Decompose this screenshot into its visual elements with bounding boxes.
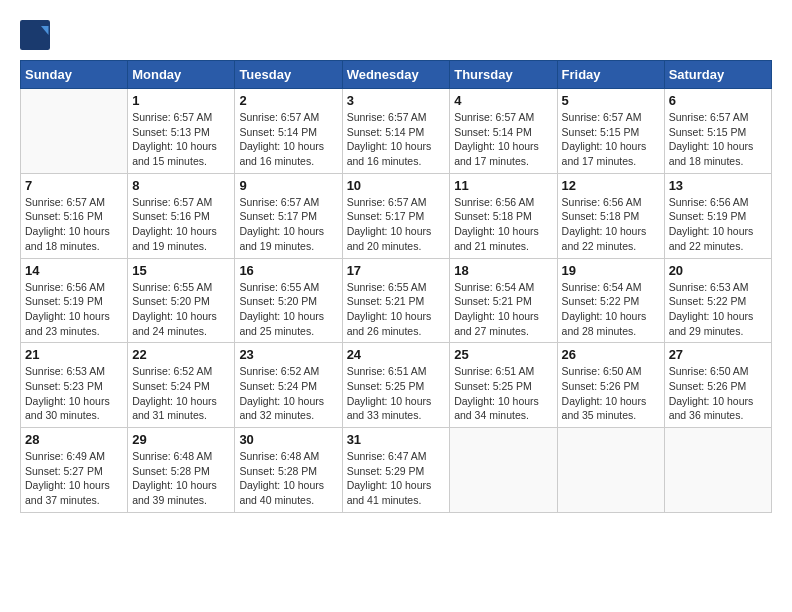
day-number: 7 — [25, 178, 123, 193]
day-info: Sunrise: 6:56 AM Sunset: 5:19 PM Dayligh… — [25, 280, 123, 339]
day-info: Sunrise: 6:57 AM Sunset: 5:15 PM Dayligh… — [562, 110, 660, 169]
calendar-cell: 7Sunrise: 6:57 AM Sunset: 5:16 PM Daylig… — [21, 173, 128, 258]
day-number: 19 — [562, 263, 660, 278]
day-number: 3 — [347, 93, 446, 108]
calendar-cell: 29Sunrise: 6:48 AM Sunset: 5:28 PM Dayli… — [128, 428, 235, 513]
day-info: Sunrise: 6:51 AM Sunset: 5:25 PM Dayligh… — [454, 364, 552, 423]
day-number: 16 — [239, 263, 337, 278]
calendar-cell: 11Sunrise: 6:56 AM Sunset: 5:18 PM Dayli… — [450, 173, 557, 258]
calendar-table: SundayMondayTuesdayWednesdayThursdayFrid… — [20, 60, 772, 513]
day-info: Sunrise: 6:48 AM Sunset: 5:28 PM Dayligh… — [239, 449, 337, 508]
day-info: Sunrise: 6:49 AM Sunset: 5:27 PM Dayligh… — [25, 449, 123, 508]
calendar-cell: 10Sunrise: 6:57 AM Sunset: 5:17 PM Dayli… — [342, 173, 450, 258]
calendar-cell — [557, 428, 664, 513]
calendar-cell: 20Sunrise: 6:53 AM Sunset: 5:22 PM Dayli… — [664, 258, 771, 343]
calendar-cell: 6Sunrise: 6:57 AM Sunset: 5:15 PM Daylig… — [664, 89, 771, 174]
day-info: Sunrise: 6:48 AM Sunset: 5:28 PM Dayligh… — [132, 449, 230, 508]
day-number: 6 — [669, 93, 767, 108]
day-number: 13 — [669, 178, 767, 193]
calendar-cell: 17Sunrise: 6:55 AM Sunset: 5:21 PM Dayli… — [342, 258, 450, 343]
day-number: 24 — [347, 347, 446, 362]
calendar-cell: 24Sunrise: 6:51 AM Sunset: 5:25 PM Dayli… — [342, 343, 450, 428]
calendar-cell: 13Sunrise: 6:56 AM Sunset: 5:19 PM Dayli… — [664, 173, 771, 258]
day-info: Sunrise: 6:55 AM Sunset: 5:21 PM Dayligh… — [347, 280, 446, 339]
weekday-header-row: SundayMondayTuesdayWednesdayThursdayFrid… — [21, 61, 772, 89]
day-info: Sunrise: 6:47 AM Sunset: 5:29 PM Dayligh… — [347, 449, 446, 508]
weekday-header-thursday: Thursday — [450, 61, 557, 89]
day-number: 23 — [239, 347, 337, 362]
day-info: Sunrise: 6:57 AM Sunset: 5:14 PM Dayligh… — [347, 110, 446, 169]
calendar-cell: 14Sunrise: 6:56 AM Sunset: 5:19 PM Dayli… — [21, 258, 128, 343]
day-info: Sunrise: 6:57 AM Sunset: 5:14 PM Dayligh… — [239, 110, 337, 169]
calendar-cell: 28Sunrise: 6:49 AM Sunset: 5:27 PM Dayli… — [21, 428, 128, 513]
day-info: Sunrise: 6:57 AM Sunset: 5:16 PM Dayligh… — [25, 195, 123, 254]
week-row-3: 14Sunrise: 6:56 AM Sunset: 5:19 PM Dayli… — [21, 258, 772, 343]
day-info: Sunrise: 6:53 AM Sunset: 5:23 PM Dayligh… — [25, 364, 123, 423]
day-number: 20 — [669, 263, 767, 278]
calendar-cell — [664, 428, 771, 513]
day-number: 17 — [347, 263, 446, 278]
calendar-cell: 27Sunrise: 6:50 AM Sunset: 5:26 PM Dayli… — [664, 343, 771, 428]
day-info: Sunrise: 6:52 AM Sunset: 5:24 PM Dayligh… — [132, 364, 230, 423]
svg-rect-0 — [20, 20, 50, 50]
calendar-cell: 21Sunrise: 6:53 AM Sunset: 5:23 PM Dayli… — [21, 343, 128, 428]
day-info: Sunrise: 6:50 AM Sunset: 5:26 PM Dayligh… — [669, 364, 767, 423]
day-info: Sunrise: 6:57 AM Sunset: 5:15 PM Dayligh… — [669, 110, 767, 169]
calendar-cell: 25Sunrise: 6:51 AM Sunset: 5:25 PM Dayli… — [450, 343, 557, 428]
day-number: 5 — [562, 93, 660, 108]
day-number: 29 — [132, 432, 230, 447]
calendar-cell: 18Sunrise: 6:54 AM Sunset: 5:21 PM Dayli… — [450, 258, 557, 343]
day-number: 4 — [454, 93, 552, 108]
calendar-cell: 31Sunrise: 6:47 AM Sunset: 5:29 PM Dayli… — [342, 428, 450, 513]
calendar-cell — [21, 89, 128, 174]
day-number: 25 — [454, 347, 552, 362]
day-info: Sunrise: 6:53 AM Sunset: 5:22 PM Dayligh… — [669, 280, 767, 339]
weekday-header-wednesday: Wednesday — [342, 61, 450, 89]
calendar-cell: 2Sunrise: 6:57 AM Sunset: 5:14 PM Daylig… — [235, 89, 342, 174]
day-number: 31 — [347, 432, 446, 447]
calendar-cell: 5Sunrise: 6:57 AM Sunset: 5:15 PM Daylig… — [557, 89, 664, 174]
day-info: Sunrise: 6:57 AM Sunset: 5:17 PM Dayligh… — [347, 195, 446, 254]
week-row-5: 28Sunrise: 6:49 AM Sunset: 5:27 PM Dayli… — [21, 428, 772, 513]
day-info: Sunrise: 6:50 AM Sunset: 5:26 PM Dayligh… — [562, 364, 660, 423]
calendar-cell: 23Sunrise: 6:52 AM Sunset: 5:24 PM Dayli… — [235, 343, 342, 428]
day-info: Sunrise: 6:55 AM Sunset: 5:20 PM Dayligh… — [132, 280, 230, 339]
day-info: Sunrise: 6:55 AM Sunset: 5:20 PM Dayligh… — [239, 280, 337, 339]
weekday-header-saturday: Saturday — [664, 61, 771, 89]
calendar-cell: 15Sunrise: 6:55 AM Sunset: 5:20 PM Dayli… — [128, 258, 235, 343]
week-row-4: 21Sunrise: 6:53 AM Sunset: 5:23 PM Dayli… — [21, 343, 772, 428]
calendar-cell: 26Sunrise: 6:50 AM Sunset: 5:26 PM Dayli… — [557, 343, 664, 428]
day-info: Sunrise: 6:57 AM Sunset: 5:17 PM Dayligh… — [239, 195, 337, 254]
day-info: Sunrise: 6:54 AM Sunset: 5:22 PM Dayligh… — [562, 280, 660, 339]
calendar-cell: 4Sunrise: 6:57 AM Sunset: 5:14 PM Daylig… — [450, 89, 557, 174]
week-row-1: 1Sunrise: 6:57 AM Sunset: 5:13 PM Daylig… — [21, 89, 772, 174]
day-info: Sunrise: 6:56 AM Sunset: 5:19 PM Dayligh… — [669, 195, 767, 254]
logo — [20, 20, 54, 50]
calendar-cell: 3Sunrise: 6:57 AM Sunset: 5:14 PM Daylig… — [342, 89, 450, 174]
day-number: 22 — [132, 347, 230, 362]
week-row-2: 7Sunrise: 6:57 AM Sunset: 5:16 PM Daylig… — [21, 173, 772, 258]
day-info: Sunrise: 6:52 AM Sunset: 5:24 PM Dayligh… — [239, 364, 337, 423]
calendar-cell: 12Sunrise: 6:56 AM Sunset: 5:18 PM Dayli… — [557, 173, 664, 258]
day-number: 21 — [25, 347, 123, 362]
day-info: Sunrise: 6:54 AM Sunset: 5:21 PM Dayligh… — [454, 280, 552, 339]
calendar-cell: 19Sunrise: 6:54 AM Sunset: 5:22 PM Dayli… — [557, 258, 664, 343]
calendar-cell: 16Sunrise: 6:55 AM Sunset: 5:20 PM Dayli… — [235, 258, 342, 343]
day-info: Sunrise: 6:57 AM Sunset: 5:14 PM Dayligh… — [454, 110, 552, 169]
day-info: Sunrise: 6:57 AM Sunset: 5:13 PM Dayligh… — [132, 110, 230, 169]
day-number: 26 — [562, 347, 660, 362]
day-number: 15 — [132, 263, 230, 278]
weekday-header-tuesday: Tuesday — [235, 61, 342, 89]
day-number: 10 — [347, 178, 446, 193]
day-info: Sunrise: 6:57 AM Sunset: 5:16 PM Dayligh… — [132, 195, 230, 254]
weekday-header-monday: Monday — [128, 61, 235, 89]
day-number: 30 — [239, 432, 337, 447]
day-number: 14 — [25, 263, 123, 278]
logo-icon — [20, 20, 50, 50]
day-number: 27 — [669, 347, 767, 362]
calendar-cell: 9Sunrise: 6:57 AM Sunset: 5:17 PM Daylig… — [235, 173, 342, 258]
day-info: Sunrise: 6:56 AM Sunset: 5:18 PM Dayligh… — [454, 195, 552, 254]
day-number: 11 — [454, 178, 552, 193]
day-number: 12 — [562, 178, 660, 193]
weekday-header-sunday: Sunday — [21, 61, 128, 89]
